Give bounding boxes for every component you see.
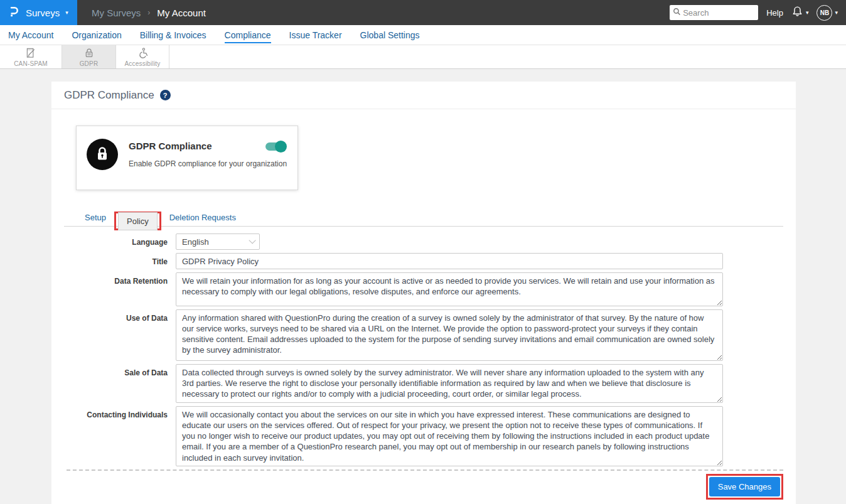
annotation-box-policy: Policy	[114, 212, 161, 230]
breadcrumb-current: My Account	[157, 8, 206, 18]
form-row-use-of-data: Use of Data Any information shared with …	[51, 309, 796, 361]
dashed-divider	[67, 469, 783, 471]
title-label: Title	[51, 253, 176, 269]
nav-tab-my-account[interactable]: My Account	[8, 30, 53, 40]
main-panel: GDPR Compliance ? GDPR Compliance Enable…	[51, 82, 796, 504]
feature-card-text: GDPR Compliance Enable GDPR compliance f…	[129, 139, 287, 177]
annotation-box-save: Save Changes	[706, 474, 783, 500]
lock-badge-icon	[87, 139, 118, 170]
nav-tab-issue-tracker[interactable]: Issue Tracker	[289, 30, 342, 40]
nav-tab-billing-invoices[interactable]: Billing & Invoices	[140, 30, 206, 40]
form-row-contacting-individuals: Contacting Individuals We will occasiona…	[51, 406, 796, 466]
account-nav: My Account Organization Billing & Invoic…	[0, 25, 846, 45]
tab-setup[interactable]: Setup	[79, 209, 112, 226]
subtab-gdpr[interactable]: GDPR	[62, 45, 116, 68]
subtab-label: Accessibility	[124, 60, 160, 67]
form-row-language: Language English	[51, 233, 796, 250]
caret-down-icon: ▾	[806, 10, 809, 16]
top-bar: Surveys ▾ My Surveys › My Account Help ▾…	[0, 0, 846, 25]
gdpr-feature-card: GDPR Compliance Enable GDPR compliance f…	[76, 126, 298, 190]
sale-of-data-textarea[interactable]: Data collected through surveys is owned …	[176, 364, 723, 403]
help-link[interactable]: Help	[766, 8, 783, 18]
subtab-label: GDPR	[80, 60, 99, 67]
subtab-can-spam[interactable]: CAN-SPAM	[0, 45, 62, 68]
save-row: Save Changes	[51, 474, 783, 500]
breadcrumb: My Surveys › My Account	[92, 8, 206, 18]
topbar-right: Help ▾ NB ▾	[670, 5, 846, 21]
product-name: Surveys	[26, 8, 60, 18]
language-select-value: English	[182, 237, 209, 247]
policy-tab-strip: Setup Policy Deletion Requests	[64, 209, 783, 227]
feature-card-description: Enable GDPR compliance for your organiza…	[129, 159, 287, 168]
tab-deletion-requests[interactable]: Deletion Requests	[164, 209, 242, 226]
use-of-data-textarea[interactable]: Any information shared with QuestionPro …	[176, 309, 723, 361]
search-input[interactable]	[683, 8, 755, 18]
search-box	[670, 5, 758, 20]
page-header: GDPR Compliance ?	[51, 82, 796, 109]
help-circle-icon[interactable]: ?	[160, 90, 171, 100]
page-title: GDPR Compliance	[64, 89, 154, 102]
form-row-data-retention: Data Retention We will retain your infor…	[51, 272, 796, 306]
save-changes-button[interactable]: Save Changes	[709, 477, 780, 496]
breadcrumb-parent[interactable]: My Surveys	[92, 8, 141, 18]
chevron-down-icon	[249, 237, 255, 244]
avatar: NB	[817, 5, 832, 21]
account-menu[interactable]: NB ▾	[817, 5, 838, 21]
contacting-individuals-label: Contacting Individuals	[51, 406, 176, 466]
nav-tab-compliance[interactable]: Compliance	[225, 30, 271, 40]
title-input[interactable]	[176, 253, 723, 269]
caret-down-icon: ▾	[835, 10, 838, 16]
product-switcher[interactable]: Surveys ▾	[0, 0, 77, 25]
subtab-accessibility[interactable]: Accessibility	[116, 45, 169, 68]
caret-down-icon: ▾	[65, 10, 68, 16]
bell-icon	[791, 5, 803, 21]
nav-tab-organization[interactable]: Organization	[72, 30, 121, 40]
nav-tab-global-settings[interactable]: Global Settings	[360, 30, 420, 40]
form-row-title: Title	[51, 253, 796, 269]
sale-of-data-label: Sale of Data	[51, 364, 176, 403]
tab-policy[interactable]: Policy	[118, 212, 158, 230]
language-label: Language	[51, 233, 176, 250]
breadcrumb-separator-icon: ›	[147, 8, 150, 17]
compliance-subtabs: CAN-SPAM GDPR Accessibility	[0, 45, 846, 69]
data-retention-label: Data Retention	[51, 272, 176, 306]
use-of-data-label: Use of Data	[51, 309, 176, 361]
gdpr-toggle[interactable]	[265, 142, 285, 151]
data-retention-textarea[interactable]: We will retain your information for as l…	[176, 272, 723, 306]
search-icon	[673, 7, 681, 18]
subtab-label: CAN-SPAM	[14, 60, 48, 67]
accessibility-icon	[137, 47, 149, 59]
feature-card-title: GDPR Compliance	[129, 141, 287, 151]
contacting-individuals-textarea[interactable]: We will occasionally contact you about t…	[176, 406, 723, 466]
lock-icon	[83, 47, 95, 59]
notifications-menu[interactable]: ▾	[791, 5, 809, 21]
canspam-document-pencil-icon	[25, 47, 37, 59]
toggle-knob	[275, 141, 287, 153]
questionpro-logo	[8, 5, 20, 20]
language-select[interactable]: English	[176, 233, 260, 250]
form-row-sale-of-data: Sale of Data Data collected through surv…	[51, 364, 796, 403]
policy-form: Language English Title Data Retention We…	[51, 233, 796, 466]
